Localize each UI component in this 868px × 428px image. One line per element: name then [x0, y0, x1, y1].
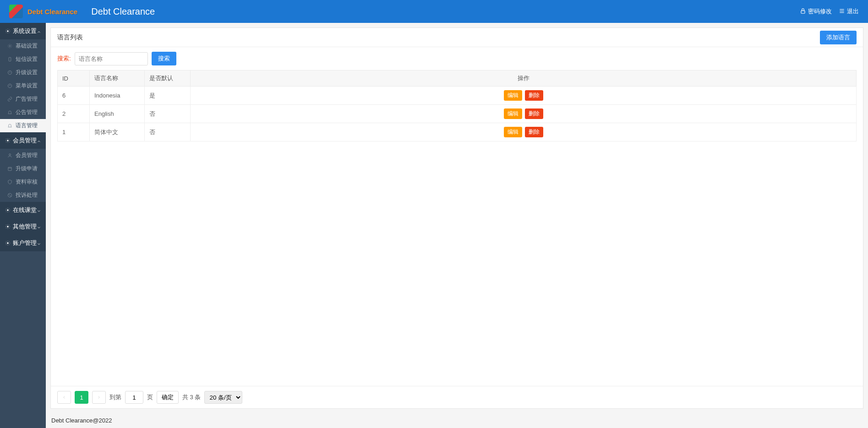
- sidebar-item-label: 语言管理: [16, 122, 38, 130]
- chevron-up-icon: [37, 138, 41, 143]
- delete-button[interactable]: 删除: [525, 108, 543, 119]
- sidebar-item[interactable]: 会员管理: [0, 149, 46, 162]
- sidebar-item-label: 会员管理: [16, 152, 38, 159]
- svg-rect-6: [9, 57, 11, 61]
- cell-name: English: [90, 105, 145, 123]
- svg-line-14: [8, 194, 11, 196]
- lock-icon: [800, 8, 806, 16]
- cell-name: Indonesia: [90, 87, 145, 105]
- sidebar-item[interactable]: 短信设置: [0, 53, 46, 66]
- cell-default: 否: [145, 123, 191, 141]
- sidebar-item[interactable]: 升级设置: [0, 66, 46, 79]
- cell-ops: 编辑删除: [191, 87, 857, 105]
- shield-icon: [7, 179, 13, 185]
- menu-group-header[interactable]: 会员管理: [0, 132, 46, 149]
- cell-id: 1: [58, 123, 90, 141]
- bell-icon: [7, 110, 13, 115]
- page-1-button[interactable]: 1: [75, 391, 88, 404]
- search-button[interactable]: 搜索: [152, 52, 176, 65]
- sidebar-item[interactable]: 语言管理: [0, 119, 46, 132]
- edit-button[interactable]: 编辑: [504, 90, 522, 101]
- menu-group-header[interactable]: 账户管理: [0, 235, 46, 251]
- cell-name: 简体中文: [90, 123, 145, 141]
- logout-label: 退出: [847, 7, 859, 16]
- change-password-link[interactable]: 密码修改: [800, 7, 832, 16]
- menu-group-header[interactable]: 系统设置: [0, 23, 46, 39]
- sidebar-item-label: 短信设置: [16, 55, 38, 63]
- ban-icon: [7, 193, 13, 198]
- svg-rect-0: [801, 11, 805, 13]
- chevron-up-icon: [37, 29, 41, 33]
- menu-group-label: 在线课堂: [13, 206, 37, 214]
- svg-point-7: [8, 70, 11, 74]
- edit-button[interactable]: 编辑: [504, 108, 522, 119]
- up-icon: [7, 70, 13, 76]
- chevron-down-icon: [37, 241, 41, 245]
- group-icon: [5, 223, 11, 230]
- menu-group-label: 其他管理: [13, 222, 37, 231]
- menu-group-header[interactable]: 其他管理: [0, 218, 46, 235]
- content-card: 语言列表 添加语言 搜索: 搜索 ID 语言名称 是否默认 操作: [50, 27, 863, 409]
- search-label: 搜索:: [57, 54, 71, 63]
- chevron-down-icon: [37, 208, 41, 212]
- total-label: 共 3 条: [182, 393, 201, 401]
- chevron-down-icon: [37, 224, 41, 229]
- bell-icon: [7, 123, 13, 129]
- sidebar-item[interactable]: 广告管理: [0, 92, 46, 106]
- menu-group-label: 系统设置: [13, 27, 37, 35]
- page-size-select[interactable]: 20 条/页: [204, 391, 242, 404]
- col-name-header: 语言名称: [90, 70, 145, 87]
- svg-point-9: [7, 140, 9, 141]
- add-language-button[interactable]: 添加语言: [820, 31, 857, 44]
- pagination: 1 到第 页 确定 共 3 条 20 条/页: [51, 386, 863, 408]
- goto-page-input[interactable]: [125, 391, 143, 404]
- edit-button[interactable]: 编辑: [504, 127, 522, 137]
- svg-point-10: [9, 154, 11, 156]
- sidebar: 系统设置基础设置短信设置升级设置菜单设置广告管理公告管理语言管理会员管理会员管理…: [0, 23, 46, 428]
- sidebar-item-label: 投诉处理: [16, 191, 38, 199]
- cell-id: 2: [58, 105, 90, 123]
- logout-link[interactable]: 退出: [839, 7, 859, 16]
- cell-ops: 编辑删除: [191, 105, 857, 123]
- sidebar-item[interactable]: 投诉处理: [0, 189, 46, 202]
- card-title: 语言列表: [57, 33, 83, 42]
- logo-text: Debt Clearance: [27, 8, 77, 16]
- col-ops-header: 操作: [191, 70, 857, 87]
- menu-group-label: 账户管理: [13, 239, 37, 247]
- search-input[interactable]: [75, 52, 148, 65]
- svg-point-5: [9, 45, 11, 47]
- table-row: 2English否编辑删除: [58, 105, 857, 123]
- svg-rect-11: [8, 167, 11, 170]
- cal-icon: [7, 166, 13, 172]
- cell-id: 6: [58, 87, 90, 105]
- sidebar-item[interactable]: 资料审核: [0, 175, 46, 189]
- sidebar-item-label: 菜单设置: [16, 82, 38, 90]
- prev-page-button[interactable]: [57, 391, 71, 404]
- sidebar-item[interactable]: 公告管理: [0, 106, 46, 119]
- delete-button[interactable]: 删除: [525, 127, 543, 137]
- sidebar-item-label: 广告管理: [16, 95, 38, 103]
- phone-icon: [7, 57, 13, 62]
- link-icon: [7, 97, 13, 102]
- next-page-button[interactable]: [92, 391, 106, 404]
- sidebar-item[interactable]: 基础设置: [0, 39, 46, 53]
- sidebar-item-label: 升级申请: [16, 165, 38, 173]
- group-icon: [5, 207, 11, 213]
- page-unit-label: 页: [147, 393, 153, 401]
- delete-button[interactable]: 删除: [525, 90, 543, 101]
- language-table: ID 语言名称 是否默认 操作 6Indonesia是编辑删除2English否…: [57, 70, 857, 141]
- menu-group-label: 会员管理: [13, 136, 37, 145]
- group-icon: [5, 240, 11, 246]
- sidebar-item[interactable]: 菜单设置: [0, 79, 46, 92]
- logo-area: Debt Clearance: [9, 5, 77, 18]
- card-header: 语言列表 添加语言: [51, 28, 863, 47]
- footer-text: Debt Clearance@2022: [46, 413, 868, 428]
- gear-icon: [7, 43, 13, 49]
- svg-point-8: [8, 84, 11, 87]
- goto-confirm-button[interactable]: 确定: [157, 391, 179, 404]
- menu-group-header[interactable]: 在线课堂: [0, 202, 46, 218]
- group-icon: [5, 28, 11, 34]
- svg-point-15: [7, 210, 9, 211]
- sidebar-item-label: 基础设置: [16, 42, 38, 50]
- sidebar-item[interactable]: 升级申请: [0, 162, 46, 175]
